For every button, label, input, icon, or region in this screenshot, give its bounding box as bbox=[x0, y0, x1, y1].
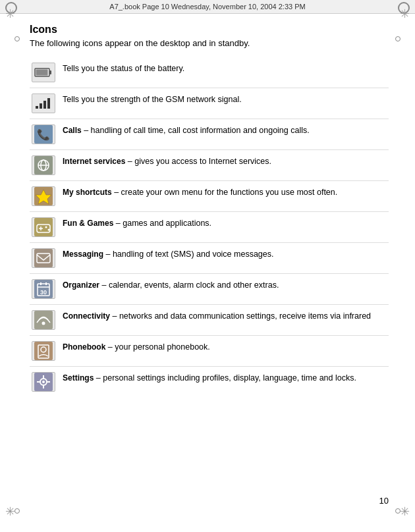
starburst-bl: ✳ bbox=[5, 504, 15, 519]
settings-icon bbox=[32, 372, 55, 392]
page-subtitle: The following icons appear on the deskto… bbox=[30, 38, 389, 48]
icon-row-battery: Tells you the status of the battery. bbox=[30, 57, 389, 88]
organizer-icon: 30 bbox=[32, 279, 55, 299]
icon-cell-games bbox=[30, 216, 57, 238]
icon-cell-calls: 📞 bbox=[30, 123, 57, 146]
internet-description: Internet services – gives you access to … bbox=[63, 154, 389, 167]
signal-description: Tells you the strength of the GSM networ… bbox=[63, 92, 389, 105]
icon-cell-battery bbox=[30, 61, 57, 84]
icon-cell-internet bbox=[30, 154, 57, 176]
shortcuts-description: My shortcuts – create your own menu for … bbox=[63, 185, 389, 198]
header-text: A7_.book Page 10 Wednesday, November 10,… bbox=[109, 3, 305, 11]
icon-row-games: Fun & Games – games and applications. bbox=[30, 212, 389, 243]
settings-description: Settings – personal settings including p… bbox=[63, 371, 389, 384]
svg-text:📞: 📞 bbox=[37, 128, 50, 141]
games-description: Fun & Games – games and applications. bbox=[63, 216, 389, 229]
page-number: 10 bbox=[379, 496, 389, 506]
connectivity-label-rest: – networks and data communication settin… bbox=[110, 311, 371, 321]
starburst-tr: ✳ bbox=[400, 7, 410, 21]
icon-cell-phonebook bbox=[30, 340, 57, 362]
connectivity-description: Connectivity – networks and data communi… bbox=[63, 309, 389, 322]
icon-row-settings: Settings – personal settings including p… bbox=[30, 367, 389, 397]
svg-rect-2 bbox=[36, 70, 48, 76]
connectivity-label-bold: Connectivity bbox=[63, 311, 110, 321]
svg-rect-5 bbox=[43, 101, 46, 109]
page-title: Icons bbox=[30, 24, 389, 36]
header-bar: A7_.book Page 10 Wednesday, November 10,… bbox=[0, 0, 415, 14]
icon-row-internet: Internet services – gives you access to … bbox=[30, 150, 389, 181]
games-icon bbox=[32, 217, 55, 237]
corner-marker-tr bbox=[395, 36, 401, 41]
starburst-br: ✳ bbox=[400, 504, 410, 519]
games-label-rest: – games and applications. bbox=[113, 219, 211, 228]
shortcuts-icon bbox=[32, 186, 55, 206]
connectivity-icon bbox=[32, 310, 55, 330]
svg-rect-1 bbox=[49, 70, 51, 74]
calls-label-bold: Calls bbox=[63, 126, 82, 135]
icon-row-messaging: Messaging – handling of text (SMS) and v… bbox=[30, 243, 389, 274]
settings-label-rest: – personal settings including profiles, … bbox=[94, 373, 356, 383]
messaging-description: Messaging – handling of text (SMS) and v… bbox=[63, 247, 389, 260]
organizer-label-bold: Organizer bbox=[63, 280, 99, 290]
starburst-tl: ✳ bbox=[5, 7, 15, 21]
svg-rect-6 bbox=[47, 98, 50, 109]
calls-label-rest: – handling of call time, call cost infor… bbox=[82, 126, 310, 135]
calls-description: Calls – handling of call time, call cost… bbox=[63, 123, 389, 136]
svg-point-30 bbox=[42, 322, 45, 325]
phonebook-label-rest: – your personal phonebook. bbox=[105, 342, 209, 352]
icon-cell-signal bbox=[30, 92, 57, 115]
icons-list: Tells you the status of the battery. Tel… bbox=[30, 57, 389, 397]
games-label-bold: Fun & Games bbox=[63, 219, 113, 228]
organizer-description: Organizer – calendar, events, alarm cloc… bbox=[63, 278, 389, 291]
internet-label-rest: – gives you access to Internet services. bbox=[125, 157, 271, 166]
svg-point-20 bbox=[48, 229, 50, 231]
svg-text:30: 30 bbox=[40, 289, 47, 296]
icon-cell-connectivity bbox=[30, 309, 57, 331]
shortcuts-label-rest: – create your own menu for the functions… bbox=[112, 188, 338, 197]
messaging-label-rest: – handling of text (SMS) and voice messa… bbox=[103, 250, 273, 259]
svg-rect-4 bbox=[40, 103, 42, 109]
internet-label-bold: Internet services bbox=[63, 157, 125, 166]
icon-row-connectivity: Connectivity – networks and data communi… bbox=[30, 305, 389, 336]
messaging-icon bbox=[32, 248, 55, 268]
battery-icon bbox=[32, 63, 55, 82]
messaging-label-bold: Messaging bbox=[63, 250, 103, 259]
corner-marker-tl bbox=[14, 36, 20, 41]
organizer-label-rest: – calendar, events, alarm clock and othe… bbox=[99, 280, 279, 290]
shortcuts-label-bold: My shortcuts bbox=[63, 188, 112, 197]
icon-row-organizer: 30 Organizer – calendar, events, alarm c… bbox=[30, 274, 389, 305]
icon-cell-settings bbox=[30, 371, 57, 393]
icon-row-phonebook: Phonebook – your personal phonebook. bbox=[30, 336, 389, 367]
icon-cell-shortcuts bbox=[30, 185, 57, 207]
corner-marker-bl bbox=[14, 508, 20, 514]
svg-point-19 bbox=[45, 226, 47, 228]
svg-rect-31 bbox=[34, 342, 53, 360]
calls-icon: 📞 bbox=[32, 124, 55, 144]
internet-icon bbox=[32, 155, 55, 175]
svg-rect-3 bbox=[36, 106, 38, 109]
svg-rect-29 bbox=[34, 311, 53, 329]
phonebook-icon bbox=[32, 341, 55, 361]
phonebook-label-bold: Phonebook bbox=[63, 342, 105, 352]
signal-icon bbox=[32, 93, 55, 113]
svg-point-36 bbox=[42, 381, 45, 383]
battery-description: Tells you the status of the battery. bbox=[63, 61, 389, 74]
icon-cell-organizer: 30 bbox=[30, 278, 57, 300]
icon-row-calls: 📞 Calls – handling of call time, call co… bbox=[30, 119, 389, 150]
icon-row-shortcuts: My shortcuts – create your own menu for … bbox=[30, 181, 389, 212]
icon-cell-messaging bbox=[30, 247, 57, 269]
settings-label-bold: Settings bbox=[63, 373, 94, 383]
icon-row-signal: Tells you the strength of the GSM networ… bbox=[30, 88, 389, 119]
phonebook-description: Phonebook – your personal phonebook. bbox=[63, 340, 389, 353]
main-content: Icons The following icons appear on the … bbox=[0, 14, 415, 410]
